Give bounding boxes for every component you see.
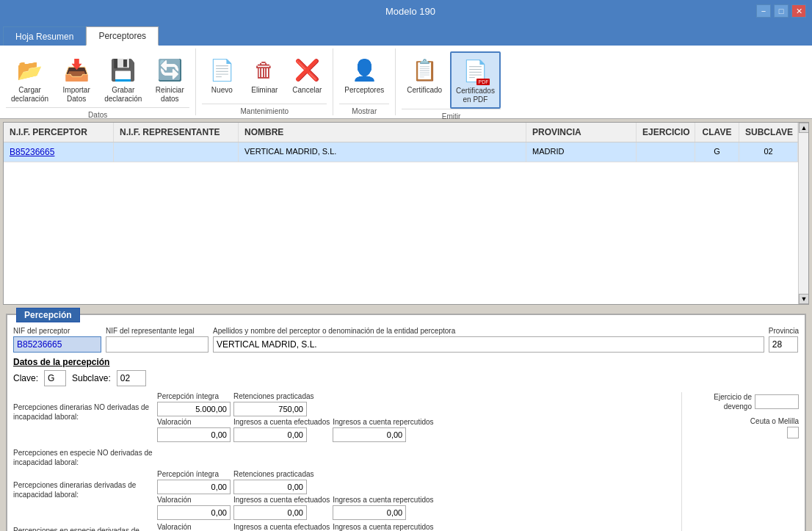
apellidos-input[interactable] — [213, 336, 764, 353]
minimize-button[interactable]: − — [756, 4, 771, 18]
certificado-button[interactable]: 📋 Certificado — [402, 51, 447, 98]
valoracion-3-group: Valoración — [157, 496, 231, 520]
ingresos-repercutidos-3-input[interactable] — [333, 505, 406, 520]
retenciones-1-group: Retenciones practicadas — [233, 392, 314, 416]
mostrar-buttons: 👤 Perceptores — [339, 48, 389, 104]
grabar-declaracion-button[interactable]: 💾 Grabardeclaración — [99, 51, 147, 107]
perception-fields-1: Percepción íntegra Retenciones practicad… — [157, 392, 675, 442]
subclave-label: Subclave: — [72, 373, 111, 383]
table-body: B85236665 VERTICAL MADRID, S.L. MADRID G… — [4, 142, 808, 304]
tab-hoja-resumen[interactable]: Hoja Resumen — [3, 26, 86, 46]
percepcion-box: Percepción NIF del perceptor NIF del rep… — [6, 314, 806, 531]
ceuta-label: Ceuta o Melilla — [750, 417, 799, 425]
header-nif-representante: N.I.F. REPRESENTANTE — [114, 123, 239, 142]
cell-nif-representante — [114, 142, 239, 162]
scroll-up-arrow[interactable]: ▲ — [799, 123, 809, 133]
ribbon-group-mantenimiento: 📄 Nuevo 🗑 Eliminar ❌ Cancelar Mantenimie… — [196, 48, 333, 115]
ejercicio-input[interactable] — [755, 394, 799, 409]
percepcion-integra-3-label: Percepción íntegra — [157, 470, 231, 478]
ejercicio-label: Ejercicio de devengo — [688, 392, 752, 411]
tab-bar: Hoja Resumen Perceptores — [0, 22, 812, 46]
ingresos-cuenta-3-input[interactable] — [233, 505, 307, 520]
scroll-down-arrow[interactable]: ▼ — [799, 294, 809, 304]
retenciones-1-label: Retenciones practicadas — [233, 392, 314, 400]
main-content: N.I.F. PERCEPTOR N.I.F. REPRESENTANTE NO… — [0, 119, 812, 531]
perceptores-button[interactable]: 👤 Perceptores — [339, 51, 389, 98]
app-title: Modelo 190 — [65, 6, 756, 17]
table-row[interactable]: B85236665 VERTICAL MADRID, S.L. MADRID G… — [4, 142, 808, 162]
ribbon-group-mostrar: 👤 Perceptores Mostrar — [333, 48, 396, 115]
grabar-icon: 💾 — [109, 55, 138, 84]
maximize-button[interactable]: □ — [774, 4, 789, 18]
certificado-icon: 📋 — [410, 55, 439, 84]
ejercicio-group: Ejercicio de devengo — [688, 392, 799, 411]
datos-group-label: Datos — [6, 107, 189, 119]
percepcion-integra-1-group: Percepción íntegra — [157, 392, 231, 416]
retenciones-3-label: Retenciones practicadas — [233, 470, 314, 478]
perception-fields-row-1b: Valoración Ingresos a cuenta efectuados … — [157, 418, 675, 442]
cancelar-icon: ❌ — [292, 55, 322, 84]
percepcion-integra-1-input[interactable] — [157, 402, 231, 416]
cancelar-button[interactable]: ❌ Cancelar — [287, 51, 327, 98]
ingresos-repercutidos-1-input[interactable] — [333, 427, 406, 442]
subclave-input[interactable] — [117, 370, 146, 386]
percepcion-integra-3-group: Percepción íntegra — [157, 470, 231, 494]
perception-fields-row-4: Valoración Ingresos a cuenta efectuados … — [157, 523, 675, 531]
ingresos-repercutidos-1-group: Ingresos a cuenta repercutidos — [333, 418, 433, 442]
reiniciar-label: Reiniciardatos — [156, 86, 184, 104]
header-subclave: SUBCLAVE — [739, 123, 798, 142]
percepcion-integra-3-input[interactable] — [157, 480, 231, 494]
perception-row-1: Percepciones dinerarias NO derivadas dei… — [13, 392, 675, 442]
reiniciar-datos-button[interactable]: 🔄 Reiniciardatos — [150, 51, 189, 107]
importar-datos-button[interactable]: 📥 ImportarDatos — [57, 51, 96, 107]
certificado-label: Certificado — [407, 86, 442, 95]
valoracion-1-input[interactable] — [157, 427, 231, 442]
ingresos-repercutidos-1-label: Ingresos a cuenta repercutidos — [333, 418, 433, 426]
percepcion-form-row-1: NIF del perceptor NIF del representante … — [13, 327, 799, 353]
ingresos-cuenta-4-label: Ingresos a cuenta efectuados — [233, 523, 330, 531]
provincia-input[interactable] — [769, 336, 798, 353]
nuevo-button[interactable]: 📄 Nuevo — [202, 51, 242, 98]
header-nif-perceptor: N.I.F. PERCEPTOR — [4, 123, 114, 142]
perception-fields-3: Percepción íntegra Retenciones practicad… — [157, 470, 675, 520]
group-label-2: Percepciones en especie NO derivadas dei… — [13, 445, 153, 467]
mantenimiento-group-label: Mantenimiento — [202, 104, 327, 115]
perception-row-3: Percepciones dinerarias derivadas deinca… — [13, 470, 675, 520]
retenciones-3-input[interactable] — [233, 480, 307, 494]
nuevo-icon: 📄 — [207, 55, 236, 84]
header-ejercicio: EJERCICIO — [637, 123, 695, 142]
eliminar-label: Eliminar — [251, 86, 278, 95]
cargar-declaracion-button[interactable]: 📂 Cargardeclaración — [6, 51, 54, 107]
apellidos-label: Apellidos y nombre del perceptor o denom… — [213, 327, 764, 335]
ceuta-group: Ceuta o Melilla — [688, 417, 799, 438]
apellidos-group: Apellidos y nombre del perceptor o denom… — [213, 327, 764, 353]
perception-fields-row-3: Percepción íntegra Retenciones practicad… — [157, 470, 675, 494]
ribbon-group-emitir: 📋 Certificado 📄 PDF Certificadosen PDF E… — [396, 48, 507, 115]
clave-input[interactable] — [44, 370, 66, 386]
close-button[interactable]: ✕ — [791, 4, 806, 18]
right-panel: Ejercicio de devengo Ceuta o Melilla — [681, 392, 799, 531]
ingresos-cuenta-1-input[interactable] — [233, 427, 307, 442]
nif-link[interactable]: B85236665 — [10, 147, 54, 157]
ceuta-checkbox[interactable] — [787, 427, 799, 438]
ingresos-cuenta-3-label: Ingresos a cuenta efectuados — [233, 496, 330, 504]
nif-representante-input[interactable] — [106, 336, 209, 353]
certificados-pdf-button[interactable]: 📄 PDF Certificadosen PDF — [450, 51, 501, 109]
nif-representante-group: NIF del representante legal — [106, 327, 209, 353]
eliminar-button[interactable]: 🗑 Eliminar — [244, 51, 284, 98]
table-scrollbar[interactable]: ▲ ▼ — [798, 123, 808, 304]
perception-main-area: Percepciones dinerarias NO derivadas dei… — [13, 392, 675, 531]
cancelar-label: Cancelar — [292, 86, 322, 95]
ribbon-group-datos: 📂 Cargardeclaración 📥 ImportarDatos 💾 Gr… — [0, 48, 196, 115]
valoracion-3-input[interactable] — [157, 505, 231, 520]
tab-perceptores[interactable]: Perceptores — [86, 26, 159, 46]
nif-perceptor-input[interactable] — [13, 336, 101, 353]
reiniciar-icon: 🔄 — [155, 55, 184, 84]
importar-icon: 📥 — [62, 55, 91, 84]
valoracion-1-group: Valoración — [157, 418, 231, 442]
retenciones-1-input[interactable] — [233, 402, 307, 416]
group-label-3: Percepciones dinerarias derivadas deinca… — [13, 470, 153, 499]
provincia-group: Provincia — [769, 327, 799, 353]
cell-clave: G — [695, 142, 739, 162]
cell-subclave: 02 — [739, 142, 798, 162]
